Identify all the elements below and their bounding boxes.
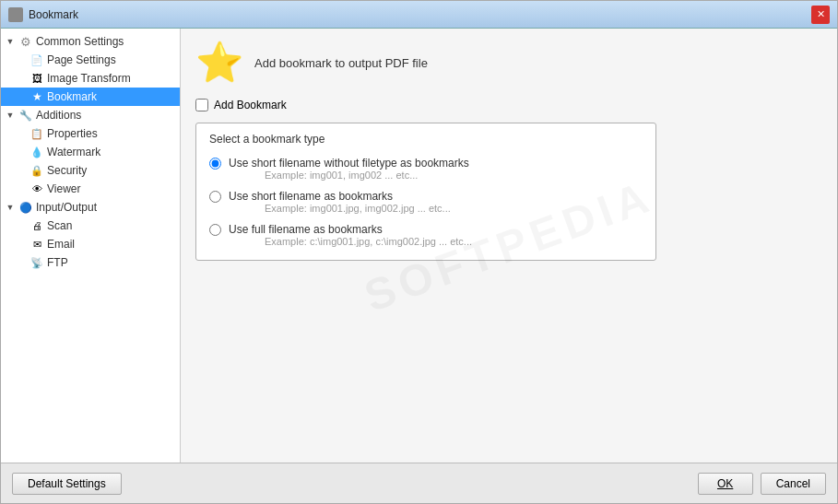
cancel-button[interactable]: Cancel <box>761 473 826 495</box>
radio-label-1: Use short filename without filetype as b… <box>229 157 643 170</box>
viewer-icon <box>30 182 44 196</box>
ok-button[interactable]: OK <box>698 473 753 495</box>
title-bar-left: Bookmark <box>8 7 78 22</box>
sidebar-label-additions: Additions <box>36 109 81 122</box>
additions-icon <box>18 108 33 123</box>
sidebar-label-common-settings: Common Settings <box>36 35 124 48</box>
props-icon <box>30 126 44 141</box>
expand-icon: ▼ <box>5 36 16 47</box>
sidebar-item-additions[interactable]: ▼ Additions <box>1 106 180 124</box>
sidebar: ▼ Common Settings Page Settings Image Tr… <box>1 29 181 463</box>
sidebar-label-email: Email <box>47 238 75 251</box>
expand-icon: ▼ <box>5 202 16 213</box>
sidebar-label-image-transform: Image Transform <box>47 72 131 85</box>
add-bookmark-checkbox[interactable] <box>195 99 208 111</box>
spacer-icon <box>16 73 27 84</box>
fieldset-legend: Select a bookmark type <box>209 133 643 146</box>
bookmark-gold-icon: ★ <box>30 89 44 104</box>
close-button[interactable]: ✕ <box>811 6 830 24</box>
radio-pair-1: Use short filename without filetype as b… <box>209 157 643 170</box>
radio-pair-2: Use short filename as bookmarks <box>209 190 643 203</box>
spacer-icon <box>16 128 27 139</box>
spacer-icon <box>16 220 27 231</box>
sidebar-item-scan[interactable]: Scan <box>1 217 180 235</box>
sidebar-label-page-settings: Page Settings <box>47 53 116 66</box>
security-icon <box>30 163 44 178</box>
sidebar-item-page-settings[interactable]: Page Settings <box>1 51 180 69</box>
content-area: ▼ Common Settings Page Settings Image Tr… <box>1 29 837 463</box>
sidebar-item-input-output[interactable]: ▼ Input/Output <box>1 198 180 217</box>
main-window: Bookmark ✕ ▼ Common Settings Page Settin… <box>0 0 838 504</box>
sidebar-label-viewer: Viewer <box>47 182 80 195</box>
sidebar-item-bookmark[interactable]: ★ Bookmark <box>1 88 180 106</box>
add-bookmark-row: Add Bookmark <box>195 99 822 111</box>
expand-icon: ▼ <box>5 110 16 121</box>
spacer-icon <box>16 183 27 194</box>
radio-example-1: Example: img001, img002 ... etc... <box>265 170 643 181</box>
header-row: ⭐ Add bookmark to output PDF file <box>195 43 822 82</box>
scan-icon <box>30 218 44 233</box>
radio-example-3: Example: c:\img001.jpg, c:\img002.jpg ..… <box>265 236 643 247</box>
radio-row-2: Use short filename as bookmarks Example:… <box>209 190 643 214</box>
spacer-icon <box>16 147 27 158</box>
spacer-icon <box>16 91 27 102</box>
ftp-icon <box>30 255 44 270</box>
spacer-icon <box>16 54 27 65</box>
bookmark-type-fieldset: Select a bookmark type Use short filenam… <box>195 123 656 261</box>
sidebar-label-security: Security <box>47 164 87 177</box>
radio-label-2: Use short filename as bookmarks <box>229 190 643 203</box>
radio-example-2: Example: img001.jpg, img002.jpg ... etc.… <box>265 203 643 214</box>
bottom-bar: Default Settings OK Cancel <box>1 463 837 503</box>
sidebar-label-scan: Scan <box>47 219 72 232</box>
watermark-icon <box>30 145 44 159</box>
sidebar-item-security[interactable]: Security <box>1 161 180 180</box>
spacer-icon <box>16 239 27 250</box>
sidebar-label-bookmark: Bookmark <box>47 90 97 103</box>
sidebar-label-ftp: FTP <box>47 256 68 269</box>
sidebar-item-ftp[interactable]: FTP <box>1 253 180 272</box>
inout-icon <box>18 200 33 215</box>
sidebar-label-properties: Properties <box>47 127 98 140</box>
radio-short[interactable] <box>209 191 221 203</box>
radio-full[interactable] <box>209 224 221 236</box>
star-icon: ⭐ <box>195 43 243 82</box>
radio-short-no-ext[interactable] <box>209 158 221 170</box>
window-icon <box>8 7 23 22</box>
sidebar-label-watermark: Watermark <box>47 146 100 158</box>
sidebar-item-watermark[interactable]: Watermark <box>1 143 180 161</box>
spacer-icon <box>16 165 27 176</box>
sidebar-item-common-settings[interactable]: ▼ Common Settings <box>1 32 180 51</box>
page-icon <box>30 53 44 67</box>
window-title: Bookmark <box>29 8 78 21</box>
sidebar-item-viewer[interactable]: Viewer <box>1 180 180 198</box>
sidebar-item-image-transform[interactable]: Image Transform <box>1 69 180 88</box>
main-panel: SOFTPEDIA ⭐ Add bookmark to output PDF f… <box>181 29 837 463</box>
title-bar: Bookmark ✕ <box>1 1 837 29</box>
image-icon <box>30 71 44 86</box>
radio-pair-3: Use full filename as bookmarks <box>209 223 643 236</box>
email-icon <box>30 237 44 252</box>
bottom-right-buttons: OK Cancel <box>698 473 826 495</box>
default-settings-button[interactable]: Default Settings <box>12 473 122 495</box>
radio-row-3: Use full filename as bookmarks Example: … <box>209 223 643 247</box>
header-description: Add bookmark to output PDF file <box>254 56 428 70</box>
sidebar-label-input-output: Input/Output <box>36 201 97 214</box>
spacer-icon <box>16 257 27 268</box>
add-bookmark-label: Add Bookmark <box>214 99 287 111</box>
radio-label-3: Use full filename as bookmarks <box>229 223 643 236</box>
sidebar-item-properties[interactable]: Properties <box>1 124 180 143</box>
gear-icon <box>18 34 33 49</box>
sidebar-item-email[interactable]: Email <box>1 235 180 253</box>
radio-row-1: Use short filename without filetype as b… <box>209 157 643 181</box>
